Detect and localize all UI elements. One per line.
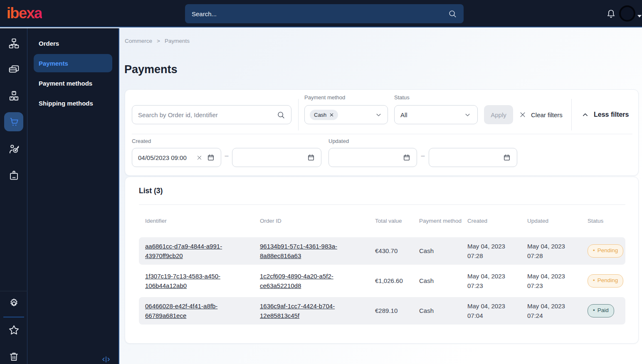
payments-list-panel: List (3) Identifier Order ID Total value… xyxy=(125,177,639,344)
sidebar-item-product-catalog[interactable] xyxy=(4,86,23,105)
icon-sidebar xyxy=(0,28,27,364)
chip-label: Cash xyxy=(314,112,326,118)
search-icon xyxy=(277,111,285,119)
sidebar-item-bookmarks[interactable] xyxy=(4,320,23,339)
payment-method-label: Payment method xyxy=(304,94,345,101)
chip-remove-icon[interactable] xyxy=(329,113,334,117)
payment-method-select[interactable]: Cash xyxy=(304,105,388,124)
clear-date-icon[interactable] xyxy=(196,155,202,161)
updated-label: Updated xyxy=(328,138,349,144)
search-icon xyxy=(448,9,457,18)
created-at: May 04, 2023 07:28 xyxy=(467,241,527,261)
clear-filters-label: Clear filters xyxy=(531,111,563,118)
user-avatar[interactable] xyxy=(619,5,635,22)
payment-method: Cash xyxy=(419,276,467,285)
notifications-bell-icon[interactable] xyxy=(605,8,617,20)
calendar-icon[interactable] xyxy=(402,153,411,162)
status-label: Status xyxy=(394,94,410,101)
breadcrumb-payments[interactable]: Payments xyxy=(165,38,190,44)
submenu-item-shipping-methods[interactable]: Shipping methods xyxy=(34,94,112,112)
table-header: Identifier Order ID Total value Payment … xyxy=(139,209,625,234)
pages-icon xyxy=(8,64,20,76)
collapse-sidebar-button[interactable] xyxy=(101,354,112,364)
topbar: ibexa xyxy=(0,0,642,27)
identifier-link[interactable]: 1f307c19-7c13-4583-a450-106b44a12ab0 xyxy=(145,271,260,291)
updated-to-field[interactable] xyxy=(429,148,517,167)
payment-method: Cash xyxy=(419,306,467,315)
breadcrumb-commerce[interactable]: Commerce xyxy=(125,38,152,44)
breadcrumb-separator: > xyxy=(157,38,160,44)
gear-icon xyxy=(8,298,20,310)
table-body: aa6861cc-d7a9-4844-a991-43970ff9cb20 961… xyxy=(139,237,625,325)
sidebar-item-pages[interactable] xyxy=(4,60,23,79)
table-row: aa6861cc-d7a9-4844-a991-43970ff9cb20 961… xyxy=(139,237,625,265)
total-value: €1,026.60 xyxy=(375,276,419,285)
sidebar-divider xyxy=(0,291,27,291)
apply-button[interactable]: Apply xyxy=(484,105,513,124)
secondary-sidebar: Orders Payments Payment methods Shipping… xyxy=(27,28,119,364)
table-row: 06466028-e42f-4f41-a8fb-66789a681ece 163… xyxy=(139,297,625,325)
badge-icon xyxy=(8,170,20,182)
chevron-down-icon xyxy=(375,111,383,119)
status-value: All xyxy=(400,111,407,118)
sidebar-item-settings[interactable] xyxy=(4,294,23,313)
col-payment-method: Payment method xyxy=(419,217,467,225)
updated-at: May 04, 2023 07:28 xyxy=(527,241,588,261)
close-icon xyxy=(519,111,526,118)
created-from-input[interactable] xyxy=(138,154,192,161)
page-title: Payments xyxy=(124,63,178,76)
global-search-input[interactable] xyxy=(192,10,448,17)
status-badge: Paid xyxy=(588,304,614,317)
identifier-link[interactable]: aa6861cc-d7a9-4844-a991-43970ff9cb20 xyxy=(145,241,260,261)
person-target-icon xyxy=(8,143,20,155)
sidebar-item-content-structure[interactable] xyxy=(4,34,23,53)
sidebar-item-commerce[interactable] xyxy=(4,112,23,131)
updated-at: May 04, 2023 07:24 xyxy=(527,301,588,321)
col-order-id: Order ID xyxy=(260,217,375,225)
col-total-value: Total value xyxy=(375,217,419,225)
order-id-link[interactable]: 1636c9af-1cc7-4424-b704-12e85813c45f xyxy=(260,301,375,321)
app-window: ibexa xyxy=(0,0,642,364)
calendar-icon[interactable] xyxy=(207,153,215,162)
created-to-input[interactable] xyxy=(238,154,307,161)
table-row: 1f307c19-7c13-4583-a450-106b44a12ab0 1c2… xyxy=(139,267,625,295)
date-range-separator: – xyxy=(419,152,427,160)
breadcrumb: Commerce > Payments xyxy=(125,38,190,44)
filter-search-input[interactable] xyxy=(138,111,277,118)
status-badge: Pending xyxy=(588,244,623,258)
shopping-cart-icon xyxy=(8,116,20,128)
created-from-field[interactable] xyxy=(132,148,221,167)
less-filters-button[interactable]: Less filters xyxy=(581,105,629,124)
updated-to-input[interactable] xyxy=(435,154,503,161)
list-divider xyxy=(139,204,625,205)
status-badge: Pending xyxy=(588,274,623,288)
user-menu-chevron-down-icon[interactable] xyxy=(637,12,642,15)
filter-search-box[interactable] xyxy=(132,105,291,124)
total-value: €289.10 xyxy=(375,306,419,315)
submenu-item-orders[interactable]: Orders xyxy=(34,34,112,52)
clear-filters-button[interactable]: Clear filters xyxy=(519,105,563,124)
main-content: Commerce > Payments Payments Payment met… xyxy=(119,27,642,364)
chevron-up-icon xyxy=(581,111,589,119)
updated-from-field[interactable] xyxy=(328,148,417,167)
date-range-separator: – xyxy=(223,152,230,160)
ibexa-logo: ibexa xyxy=(7,5,42,22)
order-id-link[interactable]: 96134b91-57c1-4361-983a-8a88ec816a63 xyxy=(260,241,375,261)
order-id-link[interactable]: 1c2cf609-4890-4a20-a5f2-ce63a52210d8 xyxy=(260,271,375,291)
packages-icon xyxy=(8,90,20,102)
status-select[interactable]: All xyxy=(394,105,478,124)
sidebar-item-corporate[interactable] xyxy=(4,166,23,185)
submenu-item-payments[interactable]: Payments xyxy=(34,54,112,72)
created-to-field[interactable] xyxy=(232,148,321,167)
filter-row-divider xyxy=(132,134,632,134)
calendar-icon[interactable] xyxy=(503,153,511,162)
updated-from-input[interactable] xyxy=(335,154,402,161)
filters-panel: Payment method Cash Status All xyxy=(125,89,639,176)
sidebar-item-personalization[interactable] xyxy=(4,139,23,158)
identifier-link[interactable]: 06466028-e42f-4f41-a8fb-66789a681ece xyxy=(145,301,260,321)
sidebar-item-trash[interactable] xyxy=(4,347,23,364)
global-search[interactable] xyxy=(185,4,464,23)
submenu-item-payment-methods[interactable]: Payment methods xyxy=(34,74,112,92)
calendar-icon[interactable] xyxy=(307,153,315,162)
total-value: €430.70 xyxy=(375,246,419,256)
